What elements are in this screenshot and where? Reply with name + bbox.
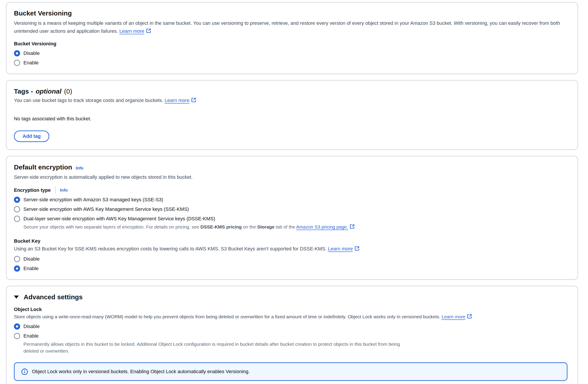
external-link-icon xyxy=(146,28,151,33)
bucket-key-description-text: Using an S3 Bucket Key for SSE-KMS reduc… xyxy=(14,246,327,251)
dsse-note-part1: Secure your objects with two separate la… xyxy=(23,224,201,229)
bucket-key-enable-label[interactable]: Enable xyxy=(23,265,39,272)
learn-more-label: Learn more xyxy=(165,98,190,103)
default-encryption-description: Server-side encryption is automatically … xyxy=(14,173,568,181)
encryption-sse-kms-option[interactable]: Server-side encryption with AWS Key Mana… xyxy=(14,206,568,213)
versioning-enable-radio[interactable] xyxy=(14,60,20,66)
create-bucket-settings-page: Bucket Versioning Versioning is a means … xyxy=(0,0,588,384)
tags-title-prefix: Tags - xyxy=(14,87,33,95)
object-lock-learn-more-link[interactable]: Learn more xyxy=(442,314,472,319)
encryption-type-label: Encryption type xyxy=(14,187,51,194)
bucket-key-learn-more-link[interactable]: Learn more xyxy=(328,246,360,251)
versioning-enable-label[interactable]: Enable xyxy=(23,60,39,66)
info-circle-icon xyxy=(21,368,28,375)
object-lock-enable-radio[interactable] xyxy=(14,333,20,339)
encryption-type-info-link[interactable]: Info xyxy=(60,188,68,193)
object-lock-label: Object Lock xyxy=(14,306,568,313)
tags-title: Tags - optional (0) xyxy=(14,87,568,95)
bucket-key-enable-radio[interactable] xyxy=(14,266,20,272)
object-lock-enable-note: Permanently allows objects in this bucke… xyxy=(23,341,413,354)
object-lock-disable-radio[interactable] xyxy=(14,323,20,330)
sse-s3-label[interactable]: Server-side encryption with Amazon S3 ma… xyxy=(23,196,163,203)
bucket-key-disable-option[interactable]: Disable xyxy=(14,256,568,262)
tags-title-optional: optional xyxy=(36,87,62,95)
object-lock-disable-option[interactable]: Disable xyxy=(14,323,568,330)
external-link-icon xyxy=(354,246,360,251)
object-lock-description: Store objects using a write-once-read-ma… xyxy=(14,313,568,320)
tags-card: Tags - optional (0) You can use bucket t… xyxy=(6,80,578,150)
bucket-versioning-description: Versioning is a means of keeping multipl… xyxy=(14,19,568,35)
s3-pricing-page-link[interactable]: Amazon S3 pricing page. xyxy=(296,224,355,229)
object-lock-info-alert-text: Object Lock works only in versioned buck… xyxy=(32,368,250,375)
tags-empty-message: No tags associated with this bucket. xyxy=(14,116,568,122)
external-link-icon xyxy=(467,314,472,319)
add-tag-button[interactable]: Add tag xyxy=(14,131,49,142)
default-encryption-card: Default encryption Info Server-side encr… xyxy=(6,156,578,280)
dsse-kms-label[interactable]: Dual-layer server-side encryption with A… xyxy=(23,215,215,222)
learn-more-label: Learn more xyxy=(328,246,353,251)
sse-kms-label[interactable]: Server-side encryption with AWS Key Mana… xyxy=(23,206,189,213)
dsse-note-part2: on the xyxy=(242,224,257,229)
tags-title-count: (0) xyxy=(64,87,72,95)
advanced-settings-title: Advanced settings xyxy=(24,293,83,301)
sse-s3-radio[interactable] xyxy=(14,197,20,203)
versioning-learn-more-link[interactable]: Learn more xyxy=(119,28,151,34)
bucket-versioning-field-label: Bucket Versioning xyxy=(14,41,568,47)
external-link-icon xyxy=(350,224,355,229)
versioning-disable-radio[interactable] xyxy=(14,50,20,56)
default-encryption-title: Default encryption xyxy=(14,163,72,171)
versioning-enable-option[interactable]: Enable xyxy=(14,60,568,66)
versioning-disable-option[interactable]: Disable xyxy=(14,50,568,57)
bucket-key-description: Using an S3 Bucket Key for SSE-KMS reduc… xyxy=(14,245,568,253)
dsse-note-part3: tab of the xyxy=(274,224,296,229)
bucket-key-disable-radio[interactable] xyxy=(14,256,20,262)
object-lock-description-text: Store objects using a write-once-read-ma… xyxy=(14,314,440,319)
default-encryption-info-link[interactable]: Info xyxy=(76,166,83,171)
advanced-settings-header[interactable]: Advanced settings xyxy=(14,293,568,301)
dsse-kms-note: Secure your objects with two separate la… xyxy=(23,224,568,230)
encryption-dsse-kms-option[interactable]: Dual-layer server-side encryption with A… xyxy=(14,215,568,222)
dsse-note-bold-storage: Storage xyxy=(257,224,274,229)
encryption-type-label-row: Encryption type Info xyxy=(14,187,568,194)
learn-more-label: Learn more xyxy=(442,314,465,319)
bucket-key-enable-option[interactable]: Enable xyxy=(14,265,568,272)
learn-more-label: Learn more xyxy=(119,28,144,34)
object-lock-enable-label[interactable]: Enable xyxy=(23,333,39,339)
bucket-key-label: Bucket Key xyxy=(14,238,568,245)
caret-down-icon xyxy=(14,295,19,299)
tags-description: You can use bucket tags to track storage… xyxy=(14,96,568,104)
tags-learn-more-link[interactable]: Learn more xyxy=(165,98,196,103)
object-lock-info-alert: Object Lock works only in versioned buck… xyxy=(14,362,567,381)
bucket-versioning-title: Bucket Versioning xyxy=(14,9,568,18)
tags-description-text: You can use bucket tags to track storage… xyxy=(14,98,163,103)
dsse-kms-radio[interactable] xyxy=(14,216,20,222)
versioning-disable-label[interactable]: Disable xyxy=(23,50,40,57)
advanced-settings-card: Advanced settings Object Lock Store obje… xyxy=(6,286,578,384)
bucket-versioning-card: Bucket Versioning Versioning is a means … xyxy=(6,2,578,74)
object-lock-enable-option[interactable]: Enable xyxy=(14,333,568,339)
object-lock-disable-label[interactable]: Disable xyxy=(23,323,40,330)
external-link-icon xyxy=(191,97,196,103)
label-divider xyxy=(55,187,56,194)
dsse-note-bold-pricing: DSSE-KMS pricing xyxy=(201,224,242,229)
bucket-key-disable-label[interactable]: Disable xyxy=(23,256,40,262)
s3-pricing-page-label: Amazon S3 pricing page. xyxy=(296,224,348,229)
sse-kms-radio[interactable] xyxy=(14,206,20,212)
bucket-versioning-description-text: Versioning is a means of keeping multipl… xyxy=(14,20,560,34)
encryption-sse-s3-option[interactable]: Server-side encryption with Amazon S3 ma… xyxy=(14,196,568,203)
